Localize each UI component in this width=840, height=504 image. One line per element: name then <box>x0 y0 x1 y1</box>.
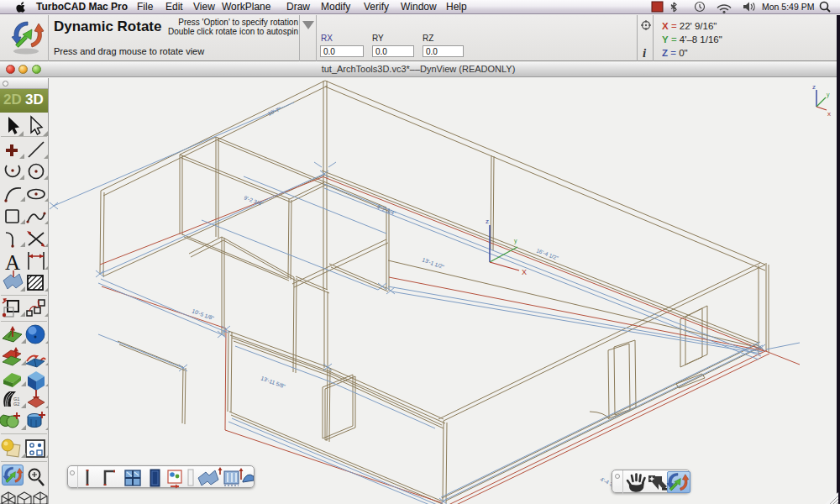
svg-text:z: z <box>486 218 489 225</box>
svg-text:10'-5 1/8": 10'-5 1/8" <box>192 307 216 321</box>
svg-text:z: z <box>812 83 816 91</box>
svg-text:13'-11 5/8": 13'-11 5/8" <box>260 375 287 389</box>
svg-text:X: X <box>522 268 527 276</box>
svg-text:y: y <box>827 92 830 98</box>
svg-text:10'-7": 10'-7" <box>267 106 283 117</box>
svg-text:y: y <box>514 238 517 244</box>
svg-text:13'-1 1/2": 13'-1 1/2" <box>422 256 446 270</box>
svg-text:x: x <box>827 110 831 118</box>
